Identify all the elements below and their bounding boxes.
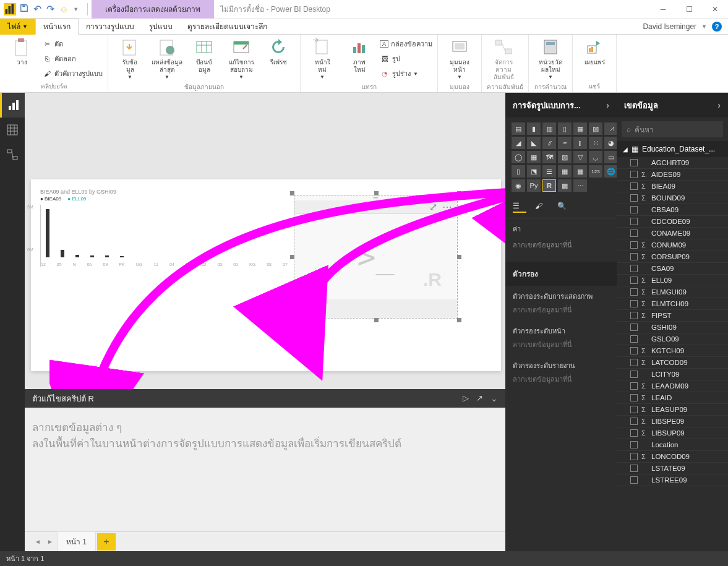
checkbox[interactable]: [630, 218, 638, 225]
checkbox[interactable]: [630, 406, 638, 413]
value-fieldwell[interactable]: ค่า ลากเขตข้อมูลมาที่นี่: [505, 218, 617, 262]
checkbox[interactable]: [630, 347, 638, 354]
format-painter-button[interactable]: 🖌ตัวคัดวางรูปแบบ: [42, 67, 103, 80]
checkbox[interactable]: [630, 300, 638, 307]
viz-100-column-icon[interactable]: ▧: [589, 122, 602, 135]
field-item[interactable]: ΣBOUND09: [617, 192, 728, 204]
viz-gauge-icon[interactable]: ◡: [589, 151, 602, 163]
field-item[interactable]: ΣLONCOD09: [617, 451, 728, 463]
page-view-button[interactable]: มุมมอง หน้า▼: [443, 37, 476, 81]
viz-filled-map-icon[interactable]: ▨: [558, 151, 572, 163]
field-item[interactable]: LCITY09: [617, 369, 728, 380]
viz-pie-icon[interactable]: ◕: [604, 137, 618, 149]
field-item[interactable]: LSTATE09: [617, 463, 728, 474]
new-visual-button[interactable]: ภาพ ใหม่: [343, 37, 376, 74]
cut-button[interactable]: ✂ตัด: [42, 37, 103, 51]
viz-stacked-area-icon[interactable]: ◣: [527, 137, 541, 149]
fields-search-input[interactable]: ⌕ ค้นหา: [622, 121, 723, 137]
checkbox[interactable]: [630, 418, 638, 425]
field-item[interactable]: ΣLEAID: [617, 392, 728, 404]
refresh-button[interactable]: รีเฟรช: [262, 37, 295, 66]
checkbox[interactable]: [630, 253, 638, 260]
checkbox[interactable]: [630, 429, 638, 437]
save-icon[interactable]: [20, 4, 28, 15]
tab-home[interactable]: หน้าแรก: [35, 19, 79, 35]
checkbox[interactable]: [630, 159, 638, 166]
checkbox[interactable]: [630, 324, 638, 331]
field-item[interactable]: CBSA09: [617, 204, 728, 216]
checkbox[interactable]: [630, 312, 638, 319]
tab-format[interactable]: รูปแบบ: [142, 19, 180, 35]
report-canvas[interactable]: BIEA09 and ELL09 by GSHI09 BIEA09 ELL09 …: [25, 93, 505, 389]
viz-scatter-icon[interactable]: ⁙: [589, 137, 602, 149]
checkbox[interactable]: [630, 465, 638, 472]
user-name[interactable]: David Iseminger: [643, 22, 696, 31]
tab-file[interactable]: ไฟล์ ▼: [0, 19, 35, 35]
viz-map-icon[interactable]: 🗺: [542, 151, 556, 163]
field-item[interactable]: CDCODE09: [617, 216, 728, 228]
field-item[interactable]: ΣELMGUI09: [617, 286, 728, 298]
minimize-button[interactable]: ─: [650, 1, 676, 18]
field-item[interactable]: ΣLIBSUP09: [617, 427, 728, 439]
nav-data-icon[interactable]: [0, 118, 25, 142]
viz-stacked-column-icon[interactable]: ▮: [527, 122, 541, 135]
copy-button[interactable]: ⎘คัดลอก: [42, 52, 103, 66]
field-item[interactable]: ΣKGTCH09: [617, 345, 728, 357]
viz-clustered-bar-icon[interactable]: ▥: [542, 122, 556, 135]
r-editor-body[interactable]: ลากเขตข้อมูลต่าง ๆ ลงในพื้นที่ค่าในบานหน…: [25, 408, 505, 531]
smiley-icon[interactable]: ☺: [59, 4, 68, 14]
analytics-tab-icon[interactable]: 🔍: [557, 202, 571, 213]
enter-data-button[interactable]: ป้อนข้ อมูล: [187, 37, 221, 74]
field-item[interactable]: ΣLIBSPE09: [617, 416, 728, 427]
checkbox[interactable]: [630, 265, 638, 272]
field-item[interactable]: CONAME09: [617, 228, 728, 239]
field-item[interactable]: GSHI09: [617, 322, 728, 333]
page-level-filters[interactable]: ตัวกรองระดับหน้า ลากเขตข้อมูลมาที่นี่: [505, 320, 617, 355]
viz-custom1-icon[interactable]: ▩: [558, 179, 572, 192]
checkbox[interactable]: [630, 194, 638, 202]
viz-table-icon[interactable]: ▦: [558, 165, 572, 178]
field-item[interactable]: Location: [617, 439, 728, 451]
checkbox[interactable]: [630, 229, 638, 237]
viz-clustered-column-icon[interactable]: ▯: [558, 122, 572, 135]
new-page-button[interactable]: หน้าใ หม่▼: [306, 37, 339, 81]
close-button[interactable]: ✕: [702, 1, 728, 18]
viz-donut-icon[interactable]: ◯: [512, 151, 525, 163]
checkbox[interactable]: [630, 441, 638, 448]
field-item[interactable]: ΣELL09: [617, 275, 728, 286]
field-item[interactable]: ΣCONUM09: [617, 239, 728, 251]
checkbox[interactable]: [630, 288, 638, 296]
shapes-button[interactable]: ◔รูปร่าง▼: [380, 67, 432, 80]
recent-sources-button[interactable]: แหล่งข้อมูล ล่าสุด▼: [150, 37, 184, 81]
tab-prev-icon[interactable]: ◄: [32, 538, 43, 545]
viz-ribbon-icon[interactable]: ≈: [558, 137, 572, 149]
publish-button[interactable]: เผยแพร่: [578, 37, 611, 66]
viz-matrix-icon[interactable]: ▦: [573, 165, 587, 178]
checkbox[interactable]: [630, 453, 638, 460]
field-item[interactable]: ΣCORSUP09: [617, 251, 728, 263]
collapse-viz-pane-icon[interactable]: ›: [606, 100, 609, 110]
tab-modeling[interactable]: การวางรูปแบบ: [79, 19, 142, 35]
context-tab-visual-tools[interactable]: เครื่องมือการแสดงผลด้วยภาพ: [92, 0, 214, 19]
viz-multi-card-icon[interactable]: ▯: [512, 165, 525, 178]
field-item[interactable]: ΣBIEA09: [617, 181, 728, 192]
new-measure-button[interactable]: หน่วยวัด ผลใหม่▼: [534, 37, 567, 81]
nav-report-icon[interactable]: [0, 93, 25, 118]
image-button[interactable]: 🖼รูป: [380, 52, 432, 66]
tab-drill[interactable]: ดูรายละเอียดแบบเจาะลึก: [180, 19, 275, 35]
viz-line-icon[interactable]: ⩘: [604, 122, 618, 135]
viz-area-icon[interactable]: ◢: [512, 137, 525, 149]
viz-arcgis-icon[interactable]: 🌐: [604, 165, 618, 178]
collapse-fields-pane-icon[interactable]: ›: [717, 100, 721, 110]
checkbox[interactable]: [630, 241, 638, 249]
tab-next-icon[interactable]: ►: [45, 538, 56, 545]
viz-waterfall-icon[interactable]: ⫿: [573, 137, 587, 149]
viz-python-icon[interactable]: Py: [527, 179, 541, 192]
field-item[interactable]: ΣELMTCH09: [617, 298, 728, 310]
redo-icon[interactable]: ↷: [46, 3, 54, 15]
field-item[interactable]: ΣLEASUP09: [617, 404, 728, 416]
page-tab-1[interactable]: หน้า 1: [57, 531, 96, 552]
checkbox[interactable]: [630, 335, 638, 343]
viz-funnel-icon[interactable]: ▽: [573, 151, 587, 163]
run-script-icon[interactable]: ▷: [463, 393, 469, 403]
